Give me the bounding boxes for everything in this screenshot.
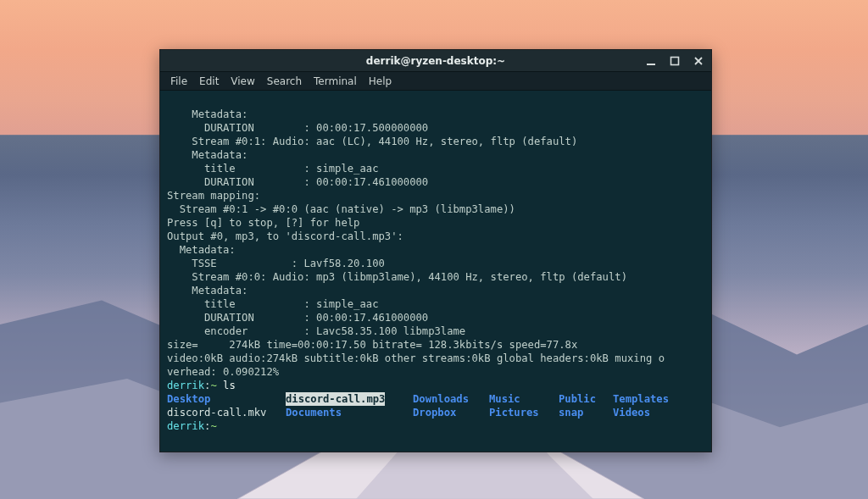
output-line: Metadata: [167, 149, 248, 161]
menu-file[interactable]: File [165, 74, 192, 89]
output-line: TSSE : Lavf58.20.100 [167, 258, 385, 269]
ls-item: Dropbox [413, 406, 489, 419]
ls-item: Music [489, 392, 559, 406]
menubar: File Edit View Search Terminal Help [160, 72, 711, 91]
prompt-user: derrik [167, 420, 204, 432]
output-line: verhead: 0.090212% [167, 366, 279, 378]
output-line: DURATION : 00:00:17.461000000 [167, 176, 428, 188]
menu-help[interactable]: Help [364, 74, 397, 89]
terminal-body[interactable]: Metadata: DURATION : 00:00:17.500000000 … [160, 91, 711, 452]
window-buttons [642, 50, 708, 72]
ls-item: snap [559, 406, 613, 419]
ls-item: Videos [613, 406, 689, 419]
prompt-line: derrik:~ ls [167, 380, 236, 391]
output-line: DURATION : 00:00:17.461000000 [167, 312, 428, 324]
titlebar[interactable]: derrik@ryzen-desktop:~ [160, 50, 711, 72]
output-line: Stream mapping: [167, 190, 260, 202]
close-icon [693, 56, 704, 66]
output-line: size= 274kB time=00:00:17.50 bitrate= 12… [167, 339, 603, 351]
menu-edit[interactable]: Edit [194, 74, 224, 89]
close-button[interactable] [689, 53, 708, 69]
menu-terminal[interactable]: Terminal [309, 74, 362, 89]
ls-item: Desktop [167, 392, 286, 406]
output-line: encoder : Lavc58.35.100 libmp3lame [167, 325, 465, 337]
menu-search[interactable]: Search [262, 74, 307, 89]
output-line: video:0kB audio:274kB subtitle:0kB other… [167, 352, 665, 364]
ls-row: Desktopdiscord-call.mp3DownloadsMusicPub… [167, 392, 704, 406]
ls-item: Documents [286, 406, 413, 419]
svg-rect-5 [647, 64, 655, 65]
ls-item: Templates [613, 392, 689, 406]
ls-item: Pictures [489, 406, 559, 419]
output-line: DURATION : 00:00:17.500000000 [167, 122, 428, 134]
prompt-line: derrik:~ [167, 420, 223, 432]
prompt-user: derrik [167, 380, 204, 391]
output-line: title : simple_aac [167, 163, 378, 175]
minimize-icon [646, 56, 656, 66]
ls-row: discord-call.mkvDocumentsDropboxPictures… [167, 406, 704, 419]
output-line: Metadata: [167, 244, 236, 256]
maximize-icon [670, 56, 680, 66]
prompt-path: ~ [210, 380, 216, 391]
prompt-cmd: ls [223, 380, 236, 391]
output-line: Stream #0:0: Audio: mp3 (libmp3lame), 44… [167, 271, 627, 283]
minimize-button[interactable] [642, 53, 660, 69]
output-line: Press [q] to stop, [?] for help [167, 217, 359, 229]
ls-item: discord-call.mp3 [286, 392, 413, 406]
ls-item: Public [559, 392, 613, 406]
window-title: derrik@ryzen-desktop:~ [366, 55, 505, 67]
output-line: Stream #0:1: Audio: aac (LC), 44100 Hz, … [167, 136, 577, 147]
output-line: Metadata: [167, 285, 248, 297]
terminal-window: derrik@ryzen-desktop:~ File Edit View Se… [159, 49, 712, 452]
output-line: Output #0, mp3, to 'discord-call.mp3': [167, 230, 403, 242]
output-line: Stream #0:1 -> #0:0 (aac (native) -> mp3… [167, 203, 515, 215]
ls-highlighted-file: discord-call.mp3 [286, 392, 385, 406]
maximize-button[interactable] [665, 53, 684, 69]
desktop-wallpaper: derrik@ryzen-desktop:~ File Edit View Se… [0, 0, 868, 499]
output-line: Metadata: [167, 108, 248, 120]
prompt-path: ~ [210, 420, 216, 432]
ls-item: discord-call.mkv [167, 406, 286, 419]
svg-rect-6 [671, 58, 679, 65]
output-line: title : simple_aac [167, 298, 378, 310]
ls-item: Downloads [413, 392, 489, 406]
menu-view[interactable]: View [225, 74, 259, 89]
